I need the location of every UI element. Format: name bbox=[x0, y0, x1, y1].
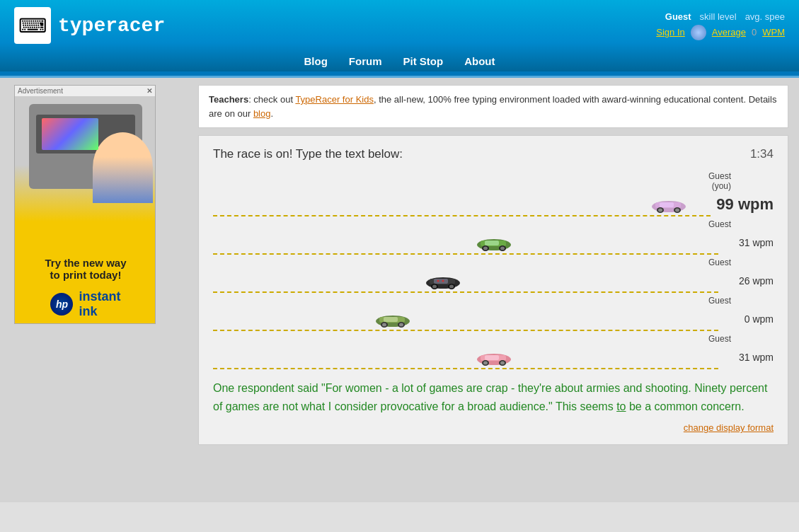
wpm-count: 0 bbox=[752, 27, 757, 37]
ad-box: Advertisement ✕ Try the new way to print… bbox=[14, 85, 156, 324]
racer-track-row-3: 26 wpm bbox=[213, 269, 774, 293]
racer-label-2: Guest bbox=[213, 219, 774, 229]
avg-speed-label: avg. spee bbox=[745, 11, 785, 22]
nav-blog[interactable]: Blog bbox=[304, 55, 328, 67]
main-wrapper: Advertisement ✕ Try the new way to print… bbox=[0, 78, 799, 502]
typeracer-kids-link[interactable]: TypeRacer for Kids bbox=[295, 94, 374, 105]
racer-label-1: Guest(you) bbox=[213, 171, 774, 191]
hp-logo: hp bbox=[50, 293, 73, 316]
user-info-bottom: Sign In Average 0 WPM bbox=[656, 25, 785, 40]
racer-wpm-3: 26 wpm bbox=[724, 275, 774, 287]
car-1-svg bbox=[650, 195, 689, 214]
racer-track-row-2: 31 wpm bbox=[213, 231, 774, 255]
nav-about[interactable]: About bbox=[464, 55, 495, 67]
racer-name-4: Guest bbox=[708, 296, 731, 306]
ad-text-area: Try the new way to print today! bbox=[15, 257, 156, 281]
svg-point-35 bbox=[500, 362, 505, 365]
svg-point-10 bbox=[483, 247, 488, 250]
user-info-top: Guest skill level avg. spee bbox=[665, 11, 785, 22]
teacher-notice: Teachers: check out TypeRacer for Kids, … bbox=[198, 85, 788, 128]
ad-sidebar: Advertisement ✕ Try the new way to print… bbox=[0, 78, 198, 502]
ad-close-button[interactable]: ✕ bbox=[146, 87, 152, 95]
race-header: The race is on! Type the text below: 1:3… bbox=[213, 147, 774, 161]
svg-rect-20 bbox=[434, 279, 448, 284]
racer-wpm-5: 31 wpm bbox=[724, 352, 774, 363]
svg-point-12 bbox=[500, 247, 505, 250]
ad-printer-screen bbox=[42, 118, 98, 150]
svg-point-19 bbox=[449, 285, 454, 289]
hp-ink-text: instant ink bbox=[79, 289, 120, 319]
racer-track-1 bbox=[213, 192, 711, 216]
teacher-strong: Teachers bbox=[209, 94, 248, 105]
logo-area: ⌨ typeracer bbox=[14, 7, 165, 44]
svg-rect-6 bbox=[660, 202, 674, 207]
hp-ink: ink bbox=[79, 304, 97, 318]
svg-point-26 bbox=[382, 323, 386, 327]
racer-track-row-5: 31 wpm bbox=[213, 345, 774, 369]
skill-level-label: skill level bbox=[700, 11, 737, 22]
ad-child-image bbox=[93, 132, 153, 203]
racer-row-4: Guest 0 wpm bbox=[213, 296, 774, 331]
svg-rect-13 bbox=[485, 241, 499, 245]
racer-wpm-1: 99 wpm bbox=[716, 195, 774, 214]
svg-point-33 bbox=[483, 362, 488, 365]
svg-point-22 bbox=[442, 280, 444, 282]
racer-track-5 bbox=[213, 345, 718, 369]
racer-track-3 bbox=[213, 269, 718, 293]
logo-text: typeracer bbox=[58, 15, 165, 37]
racer-name-1: Guest(you) bbox=[708, 171, 731, 191]
svg-point-21 bbox=[437, 280, 439, 282]
racer-track-row-1: 99 wpm bbox=[213, 192, 774, 216]
typewriter-icon: ⌨ bbox=[14, 7, 51, 44]
underline-word: to bbox=[616, 400, 626, 412]
header: ⌨ typeracer Guest skill level avg. spee … bbox=[0, 0, 799, 71]
racer-name-3: Guest bbox=[708, 258, 731, 267]
racer-name-5: Guest bbox=[708, 334, 731, 344]
race-box: The race is on! Type the text below: 1:3… bbox=[198, 135, 788, 445]
change-display-format-link[interactable]: change display format bbox=[684, 422, 774, 433]
racer-track-4 bbox=[213, 307, 718, 331]
svg-point-28 bbox=[399, 323, 403, 327]
racer-label-5: Guest bbox=[213, 334, 774, 344]
svg-rect-29 bbox=[384, 317, 398, 322]
teacher-text3: . bbox=[270, 108, 273, 119]
car-5-svg bbox=[475, 348, 514, 366]
car-2-svg bbox=[475, 233, 514, 252]
nav-forum[interactable]: Forum bbox=[349, 55, 382, 67]
ad-hp-area: hp instant ink bbox=[15, 284, 156, 323]
car-3-svg bbox=[424, 272, 463, 290]
teacher-text1: : check out bbox=[248, 94, 295, 105]
username-display: Guest bbox=[665, 11, 691, 22]
ad-content: Try the new way to print today! hp insta… bbox=[15, 97, 156, 323]
racer-wpm-2: 31 wpm bbox=[724, 237, 774, 248]
ad-label: Advertisement bbox=[18, 87, 63, 95]
wpm-label-link[interactable]: WPM bbox=[762, 27, 785, 37]
racer-name-2: Guest bbox=[708, 219, 731, 229]
svg-point-5 bbox=[675, 209, 679, 212]
blog-link[interactable]: blog bbox=[253, 108, 271, 119]
ad-text1: Try the new way bbox=[22, 257, 149, 269]
hp-instant: instant bbox=[79, 289, 120, 303]
nav-pitstop[interactable]: Pit Stop bbox=[403, 55, 444, 67]
svg-point-17 bbox=[432, 285, 437, 289]
svg-point-3 bbox=[658, 209, 662, 212]
typing-text-area: One respondent said "For women - a lot o… bbox=[213, 379, 774, 415]
main-nav: Blog Forum Pit Stop About bbox=[14, 50, 785, 71]
racer-label-4: Guest bbox=[213, 296, 774, 306]
avg-speed-link[interactable]: Average bbox=[712, 27, 746, 37]
change-format-area: change display format bbox=[213, 422, 774, 433]
header-right: Guest skill level avg. spee Sign In Aver… bbox=[656, 11, 785, 40]
race-area: Teachers: check out TypeRacer for Kids, … bbox=[198, 78, 799, 502]
svg-rect-36 bbox=[485, 355, 499, 360]
car-4-svg bbox=[374, 310, 413, 328]
user-avatar-icon bbox=[691, 25, 706, 40]
racer-track-row-4: 0 wpm bbox=[213, 307, 774, 331]
racer-track-2 bbox=[213, 231, 718, 255]
racer-row-2: Guest 31 wpm bbox=[213, 219, 774, 255]
sign-in-link[interactable]: Sign In bbox=[656, 27, 684, 37]
racer-wpm-4: 0 wpm bbox=[724, 313, 774, 325]
ad-text2: to print today! bbox=[22, 269, 149, 281]
racer-row-3: Guest bbox=[213, 258, 774, 293]
race-timer: 1:34 bbox=[750, 147, 774, 161]
racer-label-3: Guest bbox=[213, 258, 774, 267]
